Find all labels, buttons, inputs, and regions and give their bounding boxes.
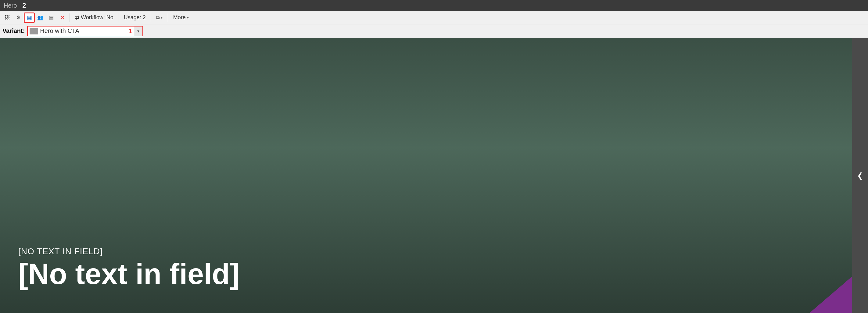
workflow-label: Workflow: No [81,14,114,21]
toolbar-divider-1 [69,13,70,22]
variant-thumbnail-icon [30,28,38,34]
workflow-dropdown[interactable]: ⇄ Workflow: No [72,13,116,22]
title-bar: Hero 2 [0,0,868,11]
right-panel-chevron-icon: ❮ [857,171,863,180]
settings-button[interactable]: ⚙ [13,13,23,22]
more-label: More [173,14,186,21]
toolbar-divider-4 [168,13,168,22]
columns-button[interactable]: ▤ [46,13,56,22]
copy-chevron-icon: ▾ [161,15,162,20]
copy-dropdown[interactable]: ⧉ ▾ [153,13,165,22]
variant-dropdown-button[interactable]: ▾ [134,27,143,36]
settings-icon: ⚙ [16,14,21,21]
component-name-label: Hero [4,2,17,9]
right-panel-toggle[interactable]: ❮ [852,38,868,313]
variant-select-text: Hero with CTA [40,27,127,34]
hero-subtitle: [NO TEXT IN FIELD] [18,247,240,256]
variant-number-badge: 1 [127,27,134,35]
component-number-label: 2 [22,2,26,9]
toolbar: 🖼 ⚙ ▦ 👥 ▤ ✕ ⇄ Workflow: No Usage: 2 ⧉ ▾ … [0,11,868,24]
hero-title: [No text in field] [18,259,240,289]
toolbar-divider-2 [119,13,119,22]
usage-label: Usage: 2 [121,14,148,21]
hero-text-overlay: [NO TEXT IN FIELD] [No text in field] [18,247,240,289]
more-dropdown[interactable]: More ▾ [170,13,191,22]
variant-label: Variant: [2,27,25,34]
people-button[interactable]: 👥 [35,13,45,22]
hero-container: [NO TEXT IN FIELD] [No text in field] ❮ [0,38,868,313]
copy-icon: ⧉ [156,15,159,21]
toolbar-divider-3 [151,13,151,22]
workflow-icon: ⇄ [75,14,80,21]
variant-bar: Variant: Hero with CTA 1 ▾ [0,24,868,38]
columns-icon: ▤ [49,14,54,21]
layout-button[interactable]: ▦ [24,13,34,22]
layout-icon: ▦ [27,14,32,21]
variant-select[interactable]: Hero with CTA 1 ▾ [27,26,143,36]
variant-chevron-icon: ▾ [137,29,140,34]
delete-button[interactable]: ✕ [57,13,67,22]
delete-icon: ✕ [60,14,64,21]
more-chevron-icon: ▾ [187,15,189,20]
image-button[interactable]: 🖼 [2,13,12,22]
people-icon: 👥 [37,14,43,21]
image-icon: 🖼 [5,15,10,21]
